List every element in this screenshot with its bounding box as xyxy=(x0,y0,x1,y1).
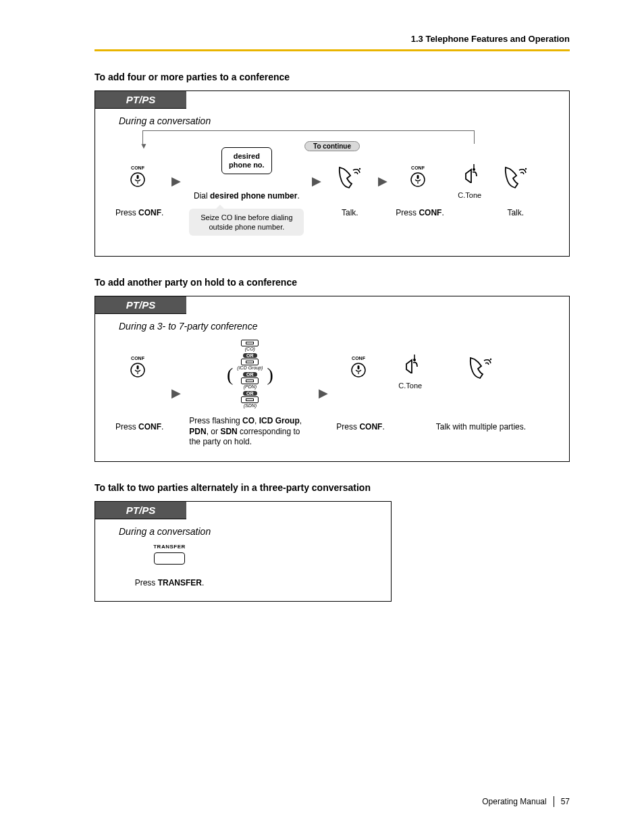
pdn-button-icon xyxy=(241,377,259,384)
section1-tab: PT/PS xyxy=(95,91,186,109)
step-transfer: TRANSFER Press TRANSFER. xyxy=(129,544,210,588)
conf-icon xyxy=(128,165,152,190)
step-line-select: ( (CO) OR (ICD Group) OR (PDN) OR (SDN) … xyxy=(189,338,311,448)
section2-heading: To add another party on hold to a confer… xyxy=(95,277,570,288)
section2-context: During a 3- to 7-party conference xyxy=(119,321,569,332)
conf-icon xyxy=(348,355,373,381)
arrow-icon: ▶ xyxy=(309,174,324,188)
to-continue-banner: To continue xyxy=(304,141,360,151)
tone-icon xyxy=(401,353,420,373)
step-conf-4: Press CONF. xyxy=(336,354,384,433)
step-talk-3: Talk with multiple parties. xyxy=(436,354,526,433)
step-ctone-2: C.Tone xyxy=(390,349,431,438)
step-conf-3: Press CONF. xyxy=(115,354,163,433)
page-footer: Operating Manual 57 xyxy=(482,796,570,807)
section3-box: PT/PS During a conversation TRANSFER Pre… xyxy=(95,501,392,602)
section1-box: PT/PS During a conversation ▼ To continu… xyxy=(95,90,570,257)
transfer-button-icon xyxy=(154,552,185,565)
talk-icon xyxy=(468,355,493,381)
sdn-button-icon xyxy=(241,396,259,403)
icd-button-icon xyxy=(241,359,259,365)
co-button-icon xyxy=(241,340,259,346)
arrow-icon: ▶ xyxy=(169,174,184,188)
section3-context: During a conversation xyxy=(119,526,391,537)
step-ctone-1: C.Tone xyxy=(450,159,490,224)
talk-icon xyxy=(337,165,363,190)
tone-icon xyxy=(460,163,479,183)
section2-box: PT/PS During a 3- to 7-party conference … xyxy=(95,296,570,462)
step-conf-1: Press CONF. xyxy=(115,163,163,219)
step-dial: desiredphone no. Dial desired phone numb… xyxy=(189,147,304,236)
step-conf-2: Press CONF. xyxy=(396,163,444,219)
section1-heading: To add four or more parties to a confere… xyxy=(95,72,570,82)
seize-note: Seize CO line before dialing outside pho… xyxy=(189,209,304,236)
arrow-icon: ▶ xyxy=(316,386,331,400)
section3-heading: To talk to two parties alternately in a … xyxy=(95,482,570,493)
arrow-icon: ▶ xyxy=(169,386,184,400)
step-talk-2: Talk. xyxy=(495,163,536,219)
step-talk-1: Talk. xyxy=(329,163,370,219)
conf-icon xyxy=(408,165,432,190)
arrow-icon: ▶ xyxy=(375,174,390,188)
section3-tab: PT/PS xyxy=(95,502,186,519)
section2-tab: PT/PS xyxy=(95,296,186,314)
section1-context: During a conversation xyxy=(119,115,569,126)
talk-icon xyxy=(503,165,529,190)
conf-icon xyxy=(128,355,152,381)
breadcrumb: 1.3 Telephone Features and Operation xyxy=(95,34,570,44)
header-divider xyxy=(95,49,570,51)
